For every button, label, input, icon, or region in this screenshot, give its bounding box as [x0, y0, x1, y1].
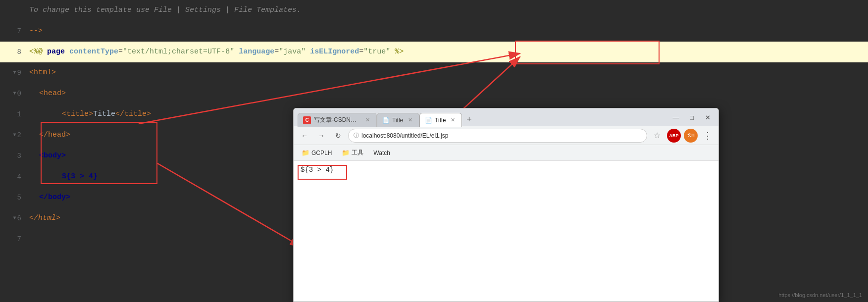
maximize-button[interactable]: □ [685, 110, 699, 124]
line-number-6: ▼6 [0, 208, 27, 229]
fold-icon-6[interactable]: ▼ [13, 208, 16, 229]
line-number-9: ▼9 [0, 62, 27, 83]
tab-title-label-2: Title [435, 117, 446, 124]
tab-title-csdn: 写文章-CSDN博客 [314, 116, 360, 124]
more-options-button[interactable]: ⋮ [701, 129, 715, 143]
bookmark-label-gcplh: GCPLH [311, 150, 332, 156]
bookmark-label-watch: Watch [373, 150, 390, 156]
line-8: 8 <%@ page contentType="text/html;charse… [0, 42, 868, 62]
bookmark-folder-icon-gcplh: 📁 [302, 149, 309, 156]
bookmark-watch[interactable]: Watch [369, 148, 394, 158]
bookmarks-bar: 📁 GCPLH 📁 工具 Watch [294, 145, 718, 161]
bookmark-gcplh[interactable]: 📁 GCPLH [298, 148, 336, 158]
window-controls: — □ ✕ [669, 110, 715, 124]
bookmark-tools[interactable]: 📁 工具 [338, 147, 367, 158]
line-7-content: --> [27, 21, 868, 42]
line-number-5: 5 [0, 187, 27, 208]
line-number-7: 7 [0, 21, 27, 42]
line-number-last: 7 [0, 229, 27, 250]
watermark: https://blog.csdn.net/user/1_1_1_1 [778, 292, 862, 298]
tab-close-csdn[interactable]: ✕ [363, 116, 371, 124]
bookmark-button[interactable]: ☆ [650, 129, 664, 143]
line-number-8: 8 [0, 42, 27, 62]
tab-title-2[interactable]: 📄 Title ✕ [419, 113, 462, 127]
line-8-content: <%@ page contentType="text/html;charset=… [27, 42, 868, 62]
back-button[interactable]: ← [298, 129, 311, 143]
minimize-button[interactable]: — [669, 110, 683, 124]
browser-navbar: ← → ↻ ⓘ localhost:8080/untitled/EL/el1.j… [294, 126, 718, 145]
extension-user[interactable]: 长H [684, 129, 698, 143]
tab-favicon-title-2: 📄 [425, 117, 432, 124]
line-number-1: 1 [0, 104, 27, 125]
page-output-text: ${3 > 4} [301, 166, 334, 174]
tab-title-1[interactable]: 📄 Title ✕ [377, 113, 419, 127]
forward-button[interactable]: → [314, 129, 328, 143]
tab-favicon-title-1: 📄 [382, 117, 389, 124]
tab-close-title-1[interactable]: ✕ [406, 116, 414, 124]
tab-title-label-1: Title [392, 117, 403, 124]
line-number-0: ▼0 [0, 83, 27, 104]
address-bar[interactable]: ⓘ localhost:8080/untitled/EL/el1.jsp [348, 129, 647, 143]
line-0-content: <head> [27, 83, 868, 104]
fold-icon-2[interactable]: ▼ [13, 125, 16, 146]
browser-window: C 写文章-CSDN博客 ✕ 📄 Title ✕ 📄 Title ✕ + — □ [293, 108, 719, 302]
line-number-3: 3 [0, 146, 27, 166]
tab-csdn[interactable]: C 写文章-CSDN博客 ✕ [298, 113, 377, 127]
line-0: ▼0 <head> [0, 83, 868, 104]
browser-titlebar: C 写文章-CSDN博客 ✕ 📄 Title ✕ 📄 Title ✕ + — □ [294, 108, 718, 126]
line-9-content: <html> [27, 62, 868, 83]
line-7: 7 --> [0, 21, 868, 42]
bookmark-label-tools: 工具 [352, 149, 363, 157]
browser-content: ${3 > 4} [294, 161, 718, 302]
comment-text: To change this template use File | Setti… [27, 0, 868, 21]
line-number-2: ▼2 [0, 125, 27, 146]
url-text: localhost:8080/untitled/EL/el1.jsp [361, 132, 448, 139]
bookmark-folder-icon-tools: 📁 [342, 149, 350, 156]
refresh-button[interactable]: ↻ [331, 129, 345, 143]
line-comment: To change this template use File | Setti… [0, 0, 868, 21]
fold-icon-0[interactable]: ▼ [13, 83, 16, 104]
new-tab-button[interactable]: + [462, 112, 476, 126]
fold-icon-9[interactable]: ▼ [13, 62, 16, 83]
extension-abp[interactable]: ABP [667, 129, 681, 143]
tabs-bar: C 写文章-CSDN博客 ✕ 📄 Title ✕ 📄 Title ✕ + [298, 108, 669, 126]
line-9: ▼9 <html> [0, 62, 868, 83]
tab-favicon-csdn: C [303, 116, 311, 124]
line-number-4: 4 [0, 166, 27, 187]
lock-icon: ⓘ [354, 132, 359, 139]
tab-close-title-2[interactable]: ✕ [449, 116, 457, 124]
close-button[interactable]: ✕ [701, 110, 715, 124]
